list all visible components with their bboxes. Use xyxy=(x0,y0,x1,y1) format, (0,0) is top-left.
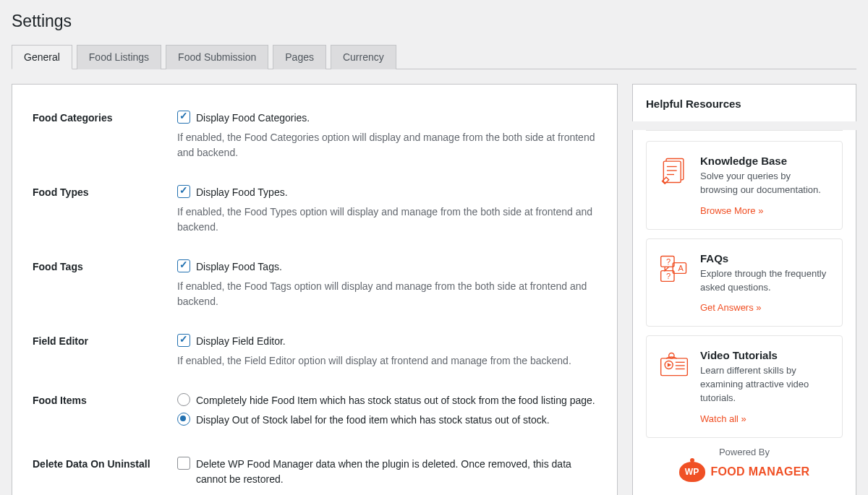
checkbox-input[interactable] xyxy=(177,334,190,347)
tab-food-submission[interactable]: Food Submission xyxy=(166,45,268,69)
setting-label: Food Types xyxy=(33,185,177,198)
resource-desc: Solve your queries by browsing our docum… xyxy=(700,170,830,197)
video-icon xyxy=(658,349,690,381)
checkbox-food-categories[interactable]: Display Food Categories. xyxy=(177,111,597,126)
page-title: Settings xyxy=(12,12,856,31)
help-text: If enabled, the Food Types option will d… xyxy=(177,205,597,235)
checkbox-label: Delete WP Food Manager data when the plu… xyxy=(196,457,597,487)
svg-rect-1 xyxy=(663,161,681,182)
setting-label: Field Editor xyxy=(33,334,177,347)
setting-label: Delete Data On Uninstall xyxy=(33,457,177,470)
checkbox-delete-data[interactable]: Delete WP Food Manager data when the plu… xyxy=(177,457,597,487)
resource-card-faqs: ?A? FAQs Explore through the frequently … xyxy=(646,238,843,327)
setting-label: Food Tags xyxy=(33,259,177,272)
resource-link-get-answers[interactable]: Get Answers xyxy=(700,302,762,313)
brand-logo: WP FOOD MANAGER xyxy=(646,462,843,482)
powered-by-label: Powered By xyxy=(646,447,843,457)
brand-name: FOOD MANAGER xyxy=(711,465,810,478)
resource-desc: Explore through the frequently asked que… xyxy=(700,267,830,295)
checkbox-input[interactable] xyxy=(177,111,190,124)
radio-input[interactable] xyxy=(177,413,190,426)
checkbox-input[interactable] xyxy=(177,185,190,198)
help-text: If enabled, the Field Editor option will… xyxy=(177,353,597,369)
checkbox-label: Display Food Categories. xyxy=(196,111,310,126)
brand-badge: WP xyxy=(679,462,705,482)
svg-text:A: A xyxy=(678,263,684,272)
setting-label: Food Categories xyxy=(33,111,177,124)
tabs-bar: General Food Listings Food Submission Pa… xyxy=(12,44,856,69)
tab-currency[interactable]: Currency xyxy=(331,45,396,69)
helpful-resources-panel: Helpful Resources Knowledge Base Solve y… xyxy=(632,84,856,495)
checkbox-food-tags[interactable]: Display Food Tags. xyxy=(177,259,597,275)
resource-link-watch-all[interactable]: Watch all xyxy=(700,413,746,424)
resource-title: Video Tutorials xyxy=(700,349,830,361)
tab-pages[interactable]: Pages xyxy=(273,45,326,69)
setting-label: Food Items xyxy=(33,393,177,406)
checkbox-input[interactable] xyxy=(177,457,190,470)
setting-delete-data: Delete Data On Uninstall Delete WP Food … xyxy=(33,448,597,495)
radio-label: Display Out of Stock label for the food … xyxy=(196,413,550,428)
setting-food-types: Food Types Display Food Types. If enable… xyxy=(33,176,597,251)
resource-link-browse-more[interactable]: Browse More xyxy=(700,205,763,216)
setting-food-tags: Food Tags Display Food Tags. If enabled,… xyxy=(33,251,597,325)
resource-card-knowledge-base: Knowledge Base Solve your queries by bro… xyxy=(646,141,843,230)
setting-food-items: Food Items Completely hide Food Item whi… xyxy=(33,384,597,448)
resource-title: FAQs xyxy=(700,252,830,264)
checkbox-food-types[interactable]: Display Food Types. xyxy=(177,185,597,200)
tab-food-listings[interactable]: Food Listings xyxy=(77,45,161,69)
tab-general[interactable]: General xyxy=(12,45,72,69)
checkbox-input[interactable] xyxy=(177,259,190,272)
radio-label: Completely hide Food Item which has stoc… xyxy=(196,393,595,408)
checkbox-label: Display Food Types. xyxy=(196,185,288,200)
setting-field-editor: Field Editor Display Field Editor. If en… xyxy=(33,325,597,384)
svg-text:?: ? xyxy=(666,271,671,280)
svg-text:?: ? xyxy=(666,257,671,265)
help-text: If enabled, the Food Categories option w… xyxy=(177,130,597,160)
radio-hide-out-of-stock[interactable]: Completely hide Food Item which has stoc… xyxy=(177,393,597,408)
svg-marker-13 xyxy=(668,363,672,368)
resource-title: Knowledge Base xyxy=(700,155,830,167)
checkbox-label: Display Field Editor. xyxy=(196,334,286,349)
checkbox-field-editor[interactable]: Display Field Editor. xyxy=(177,334,597,349)
checkbox-label: Display Food Tags. xyxy=(196,259,282,275)
radio-show-out-of-stock-label[interactable]: Display Out of Stock label for the food … xyxy=(177,413,597,428)
help-text: If enabled, the Food Tags option will di… xyxy=(177,279,597,309)
setting-food-categories: Food Categories Display Food Categories.… xyxy=(33,102,597,176)
faq-icon: ?A? xyxy=(658,252,690,284)
sidebar-title: Helpful Resources xyxy=(632,84,856,121)
resource-card-video-tutorials: Video Tutorials Learn different skills b… xyxy=(646,335,843,438)
resource-desc: Learn different skills by examining attr… xyxy=(700,364,830,405)
radio-input[interactable] xyxy=(177,393,190,406)
settings-panel: Food Categories Display Food Categories.… xyxy=(12,84,618,495)
document-icon xyxy=(658,155,690,186)
